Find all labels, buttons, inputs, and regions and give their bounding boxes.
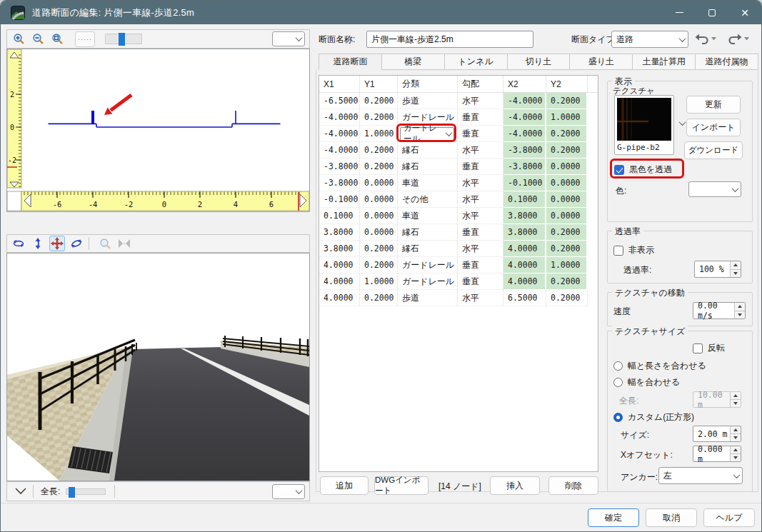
tab-1[interactable]: 橋梁: [382, 54, 445, 70]
table-cell[interactable]: -4.0000: [319, 109, 360, 126]
title-bar[interactable]: 道路断面の編集: 片側一車線-歩道2.5m ✕: [1, 1, 761, 24]
table-cell[interactable]: 1.0000: [360, 273, 398, 290]
preview-2d-layer-combo[interactable]: [272, 31, 305, 46]
section-type-combo[interactable]: 道路: [611, 31, 688, 48]
table-row[interactable]: -4.00000.2000ガードレール垂直-4.00001.0000: [319, 109, 598, 126]
table-cell[interactable]: 0.0000: [546, 191, 588, 208]
table-cell[interactable]: 1.0000: [546, 109, 588, 126]
table-cell[interactable]: 6.5000: [503, 290, 546, 306]
custom-radio[interactable]: [613, 413, 623, 422]
table-cell[interactable]: 車道: [398, 208, 458, 224]
spinner-up[interactable]: [731, 426, 741, 433]
add-button[interactable]: 追加: [320, 476, 369, 495]
custom-row[interactable]: カスタム(正方形): [613, 411, 694, 423]
table-cell[interactable]: 垂直: [458, 224, 503, 241]
spinner-up[interactable]: [731, 446, 741, 453]
table-row[interactable]: 3.80000.2000縁石水平4.00000.2000: [319, 241, 598, 257]
hide-checkbox[interactable]: [613, 246, 623, 256]
section-name-input[interactable]: [366, 31, 533, 48]
table-cell[interactable]: 3.8000: [503, 208, 546, 224]
collapse-icon[interactable]: [13, 483, 29, 499]
table-cell[interactable]: 0.2000: [360, 241, 398, 257]
spinner-down[interactable]: [731, 453, 741, 461]
table-cell[interactable]: 0.0000: [546, 159, 588, 175]
size-spinner[interactable]: 2.00 m: [693, 426, 741, 442]
table-cell[interactable]: 車道: [398, 175, 458, 191]
table-cell[interactable]: 4.0000: [503, 273, 546, 290]
table-cell[interactable]: 0.0000: [360, 208, 398, 224]
node-table[interactable]: X1Y1分類勾配X2Y2 -6.50000.2000歩道水平-4.00000.2…: [319, 75, 598, 472]
orbit-vertical-icon[interactable]: [30, 236, 46, 251]
table-cell[interactable]: 0.2000: [360, 159, 398, 175]
table-cell[interactable]: 垂直: [458, 109, 503, 126]
zoom-in-icon[interactable]: [11, 31, 26, 47]
table-cell[interactable]: 縁石: [398, 241, 458, 257]
speed-spinner[interactable]: 0.00 m/s: [693, 302, 746, 319]
preview-2d-panel[interactable]: -6-4-2024620-2: [6, 49, 310, 212]
flip-row[interactable]: 反転: [693, 342, 725, 354]
cancel-button[interactable]: 取消: [646, 508, 697, 527]
table-cell[interactable]: -6.5000: [319, 93, 360, 109]
preview-3d-panel[interactable]: [6, 253, 310, 481]
tab-6[interactable]: 道路付属物: [696, 54, 758, 70]
dwg-import-button[interactable]: DWGインポート: [374, 476, 428, 495]
fit-width-row[interactable]: 幅を合わせる: [613, 376, 680, 388]
table-cell[interactable]: -0.1000: [319, 191, 360, 208]
table-row[interactable]: 4.00000.2000歩道水平6.50000.2000: [319, 290, 598, 306]
redo-button[interactable]: [728, 32, 750, 45]
table-row[interactable]: -0.10000.0000その他水平0.10000.0000: [319, 191, 598, 208]
table-cell[interactable]: 0.2000: [546, 224, 588, 241]
tab-3[interactable]: 切り土: [508, 54, 571, 70]
delete-button[interactable]: 削除: [548, 476, 598, 495]
table-cell[interactable]: 0.2000: [360, 257, 398, 273]
zoom-out-icon[interactable]: [30, 31, 46, 47]
ruler-corner-box[interactable]: [7, 191, 21, 211]
table-cell[interactable]: 水平: [458, 175, 503, 191]
table-cell[interactable]: 0.0000: [360, 191, 398, 208]
table-cell[interactable]: 垂直: [458, 257, 503, 273]
tab-0[interactable]: 道路断面: [319, 54, 382, 70]
minimize-button[interactable]: [663, 1, 696, 24]
insert-button[interactable]: 挿入: [490, 476, 540, 495]
table-cell[interactable]: 水平: [458, 290, 503, 306]
preview-2d-canvas[interactable]: -6-4-2024620-2: [7, 49, 309, 211]
table-cell[interactable]: 0.0000: [546, 175, 588, 191]
table-row[interactable]: -4.00000.2000縁石水平-3.80000.2000: [319, 142, 598, 159]
table-cell[interactable]: 水平: [458, 241, 503, 257]
update-button[interactable]: 更新: [686, 96, 741, 114]
table-row[interactable]: -3.80000.0000車道水平-0.10000.0000: [319, 175, 598, 191]
table-cell[interactable]: 垂直: [458, 273, 503, 290]
table-cell[interactable]: 4.0000: [503, 257, 546, 273]
length-slider-handle[interactable]: [69, 487, 75, 498]
help-button[interactable]: ヘルプ: [703, 508, 755, 527]
pan-icon[interactable]: [49, 236, 65, 251]
fit-width-radio[interactable]: [613, 378, 623, 387]
table-cell[interactable]: 4.0000: [319, 290, 360, 306]
table-cell[interactable]: ガードレール: [398, 273, 458, 290]
x-offset-spinner[interactable]: 0.000 m: [693, 446, 741, 462]
table-cell[interactable]: 3.8000: [319, 241, 360, 257]
table-cell[interactable]: -3.8000: [319, 175, 360, 191]
table-cell[interactable]: 0.1000: [503, 191, 546, 208]
spinner-down[interactable]: [731, 433, 741, 441]
table-row[interactable]: -3.80000.2000縁石垂直-3.80000.0000: [319, 159, 598, 175]
table-cell[interactable]: 歩道: [398, 290, 458, 306]
fit-width-length-row[interactable]: 幅と長さを合わせる: [613, 360, 706, 372]
ok-button[interactable]: 確定: [588, 508, 639, 527]
hide-row[interactable]: 非表示: [613, 244, 654, 256]
import-button[interactable]: インポート: [686, 119, 741, 136]
spinner-up[interactable]: [731, 261, 741, 269]
table-cell[interactable]: 0.0000: [360, 175, 398, 191]
download-button[interactable]: ダウンロード: [684, 141, 743, 159]
table-cell[interactable]: -3.8000: [503, 142, 546, 159]
table-cell[interactable]: 0.1000: [319, 208, 360, 224]
zoom-fit-icon[interactable]: [49, 31, 65, 47]
opacity-rate-spinner[interactable]: 100 %: [694, 261, 741, 278]
table-row[interactable]: 3.80000.0000縁石垂直3.80000.2000: [319, 224, 598, 241]
table-cell[interactable]: 0.2000: [546, 290, 588, 306]
table-cell[interactable]: 0.2000: [360, 93, 398, 109]
table-cell[interactable]: 0.2000: [360, 109, 398, 126]
table-cell[interactable]: 0.2000: [546, 142, 588, 159]
table-cell[interactable]: 垂直: [458, 126, 503, 142]
orbit-free-icon[interactable]: [69, 236, 84, 251]
